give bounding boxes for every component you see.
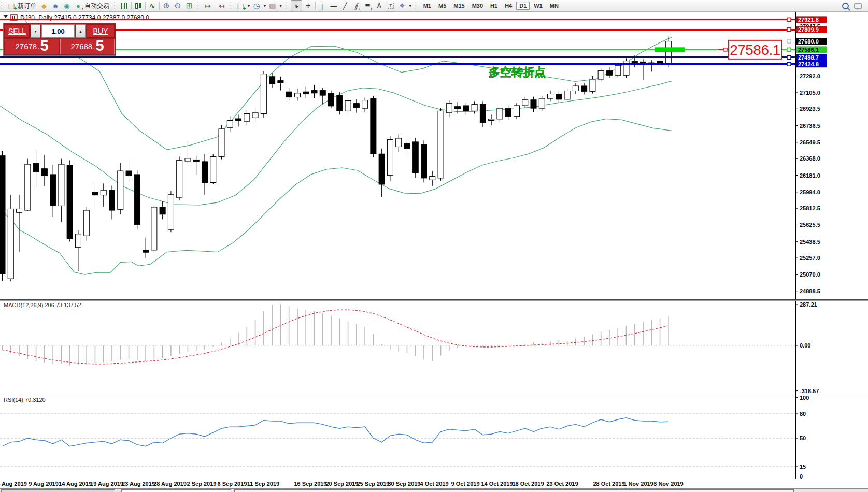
x-axis-label[interactable]: 5 Aug 2019 [0, 481, 27, 487]
y-axis-label: 27292.0 [800, 73, 820, 79]
cursor-icon[interactable] [291, 0, 302, 11]
candle-body [463, 106, 469, 111]
candlestick-chart-icon[interactable] [133, 1, 144, 11]
annotation-text[interactable]: 多空转折点 [489, 66, 546, 79]
x-axis-label[interactable]: 6 Nov 2019 [653, 481, 683, 487]
chart-shift-icon[interactable] [203, 1, 213, 11]
volume-input[interactable] [41, 24, 75, 38]
candle-body [168, 195, 174, 229]
x-axis-label[interactable]: 14 Aug 2019 [59, 481, 92, 487]
candle-body [623, 61, 629, 76]
auto-scroll-icon[interactable] [217, 1, 227, 11]
x-axis-label[interactable]: 4 Oct 2019 [420, 481, 448, 487]
chevron-down-icon[interactable]: ▼ [279, 4, 283, 8]
x-axis-label[interactable]: 6 Sep 2019 [218, 481, 247, 487]
x-axis-label[interactable]: 16 Sep 2019 [294, 481, 327, 487]
buy-price-int: 27688 [70, 40, 92, 53]
x-axis-label[interactable]: 30 Sep 2019 [388, 481, 421, 487]
timeframe-button-W1[interactable]: W1 [531, 2, 546, 10]
autotrading-label[interactable]: 自动交易 [84, 2, 109, 10]
mailbox-icon[interactable] [39, 1, 49, 11]
sell-price-button[interactable]: 27678 . 5 [5, 39, 59, 54]
x-axis-label[interactable]: 25 Sep 2019 [357, 481, 390, 487]
timeframe-button-M1[interactable]: M1 [420, 2, 434, 10]
fibonacci-icon[interactable] [363, 1, 373, 11]
y-axis-label: 25257.0 [800, 255, 820, 261]
x-axis-label[interactable]: 9 Aug 2019 [29, 481, 59, 487]
toolbar-grip [114, 2, 116, 9]
candle-body [303, 92, 309, 94]
candle-body [151, 207, 157, 250]
timeframe-button-H1[interactable]: H1 [487, 2, 501, 10]
toolbar-grip [1, 2, 3, 9]
new-chart-icon[interactable] [235, 1, 246, 11]
x-axis-label[interactable]: 28 Aug 2019 [153, 481, 187, 487]
bar-chart-icon[interactable] [119, 1, 130, 11]
chat-icon[interactable] [854, 3, 862, 9]
bollinger-lower-band [0, 119, 672, 274]
sell-price-int: 27678 [15, 40, 37, 53]
chevron-down-icon[interactable]: ▼ [247, 4, 251, 8]
crosshair-icon[interactable] [303, 1, 314, 11]
timeframe-button-M30[interactable]: M30 [469, 2, 486, 10]
new-order-label[interactable]: 新订单 [18, 2, 36, 10]
buy-button[interactable]: BUY [87, 24, 115, 38]
autotrading-icon[interactable] [73, 1, 83, 11]
x-axis-label[interactable]: 23 Oct 2019 [546, 481, 578, 487]
chevron-down-icon[interactable]: ▼ [263, 4, 267, 8]
zoom-out-icon[interactable] [173, 1, 183, 11]
candle-body [33, 163, 39, 171]
x-axis-label[interactable]: 19 Aug 2019 [90, 481, 123, 487]
bollinger-middle-band [0, 81, 672, 205]
equidistant-channel-icon[interactable] [351, 1, 362, 11]
x-axis-label[interactable]: 23 Aug 2019 [122, 481, 155, 487]
arrows-icon[interactable] [397, 1, 407, 11]
x-axis-label[interactable]: 18 Oct 2019 [512, 481, 544, 487]
chevron-down-icon[interactable]: ▼ [408, 4, 412, 8]
x-axis-label[interactable]: 11 Sep 2019 [247, 481, 279, 487]
x-axis-label[interactable]: 14 Oct 2019 [481, 481, 513, 487]
candle-body [67, 165, 73, 239]
timeframe-button-M15[interactable]: M15 [450, 2, 467, 10]
x-axis-label[interactable]: 1 Nov 2019 [623, 481, 653, 487]
oneclick-collapse-arrow[interactable] [4, 15, 8, 18]
x-axis-label[interactable]: 9 Oct 2019 [451, 481, 479, 487]
zoom-in-icon[interactable] [161, 1, 172, 11]
volume-decrease-button[interactable]: ▼ [31, 24, 40, 38]
template-icon[interactable] [267, 1, 278, 11]
sell-button[interactable]: SELL [5, 24, 30, 38]
chart-tab[interactable] [1, 489, 115, 492]
horizontal-line-icon[interactable] [329, 1, 339, 11]
highlight-segment[interactable] [655, 47, 685, 52]
tab-bar-strip[interactable] [234, 489, 794, 492]
price-callout-text: 27586.1 [730, 42, 780, 58]
timeframe-button-MN[interactable]: MN [547, 2, 562, 10]
candle-body [75, 234, 81, 248]
candle-body [598, 71, 604, 79]
chart-tab-active[interactable] [121, 489, 231, 492]
text-label-icon[interactable] [386, 1, 396, 11]
x-axis-label[interactable]: 28 Oct 2019 [593, 481, 624, 487]
price-tag-label: 27809.9 [798, 26, 819, 33]
candle-body [345, 100, 351, 111]
search-icon[interactable] [842, 3, 849, 9]
timeframe-strip: M1M5M15M30H1H4D1W1MN [418, 0, 564, 11]
tile-windows-icon[interactable] [184, 1, 194, 11]
candle-body [126, 171, 132, 176]
text-icon[interactable] [374, 1, 385, 11]
profiles-clock-icon[interactable] [251, 1, 262, 11]
signals-icon[interactable] [62, 1, 72, 11]
volume-increase-button[interactable]: ▲ [76, 24, 86, 38]
x-axis-label[interactable]: 20 Sep 2019 [326, 481, 359, 487]
line-chart-icon[interactable] [147, 1, 158, 11]
trendline-icon[interactable] [340, 1, 350, 11]
buy-price-button[interactable]: 27688 . 5 [60, 39, 115, 54]
timeframe-button-D1[interactable]: D1 [516, 2, 530, 10]
candle-body [193, 160, 199, 161]
market-watch-icon[interactable] [50, 1, 61, 11]
timeframe-button-M5[interactable]: M5 [435, 2, 449, 10]
x-axis-label[interactable]: 2 Sep 2019 [187, 481, 217, 487]
timeframe-button-H4[interactable]: H4 [502, 2, 515, 10]
vertical-line-icon[interactable] [317, 1, 328, 11]
new-order-icon[interactable] [6, 1, 17, 11]
